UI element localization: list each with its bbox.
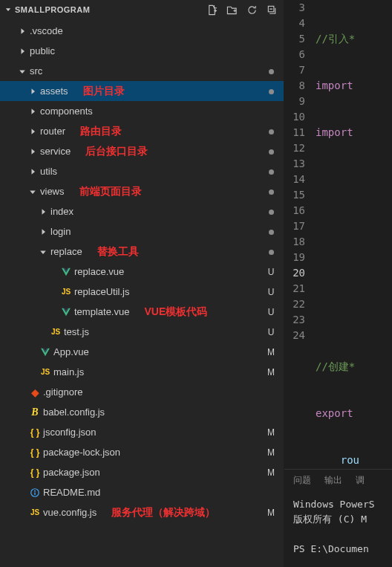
line-number: 11 [284,125,305,140]
bottom-panel: 问题 输出 调 Windows PowerS版权所有 (C) M PS E:\D… [284,469,392,567]
tree-item-label: package-lock.json [42,447,120,458]
js-icon: JS [28,508,42,516]
chevron-right-icon [37,207,49,216]
chevron-right-icon [16,27,28,36]
line-number: 9 [284,94,305,109]
tree-item-src[interactable]: src [0,61,284,81]
tree-item-replaceutil[interactable]: JSreplaceUtil.jsU [0,282,284,302]
tree-item-label: utils [39,166,57,177]
git-status: M [266,427,276,438]
line-number: 13 [284,156,305,172]
line-number: 5 [284,31,305,47]
code-editor[interactable]: 3456789101112131415161718192021222324 //… [284,0,392,469]
line-number: 20 [284,265,305,281]
md-icon [28,487,42,498]
line-number: 15 [284,187,305,203]
tree-item-annotation: 替换工具 [97,245,139,259]
line-number: 22 [284,297,305,312]
tab-problems[interactable]: 问题 [293,474,311,487]
new-file-icon[interactable] [206,4,218,16]
chevron-down-icon [37,247,49,256]
babel-icon: B [28,406,42,418]
tree-item-label: service [39,146,71,157]
tree-item-mainjs[interactable]: JSmain.jsM [0,362,284,382]
tree-item-readme[interactable]: README.md [0,482,284,502]
tree-item-label: test.js [62,326,89,337]
tree-item-label: template.vue [73,306,129,317]
git-status: M [266,347,276,357]
new-folder-icon[interactable] [226,4,238,16]
tree-item-replace[interactable]: replace替换工具 [0,242,284,262]
tree-item-service[interactable]: service后台接口目录 [0,141,284,161]
line-number: 19 [284,250,305,265]
vue-icon [39,347,52,357]
tree-item-utils[interactable]: utils [0,161,284,181]
tree-item-label: babel.config.js [42,406,105,418]
tree-item-pkg[interactable]: { }package.jsonM [0,462,284,482]
chevron-down-icon [27,187,39,196]
tree-item-templatevue[interactable]: template.vueVUE模板代码U [0,302,284,322]
git-status: U [266,267,276,277]
tree-item-components[interactable]: components [0,101,284,121]
git-status: M [266,467,276,478]
tree-item-gitignore[interactable]: ◆.gitignore [0,382,284,402]
tree-item-label: package.json [42,467,100,478]
editor-area: 3456789101112131415161718192021222324 //… [284,0,392,567]
tree-item-label: README.md [42,487,100,498]
tree-item-babel[interactable]: Bbabel.config.js [0,402,284,422]
chevron-down-icon [3,6,13,13]
file-tree: .vscodepublicsrcassets图片目录componentsrout… [0,19,284,567]
git-status [266,146,276,157]
git-status: U [266,307,276,317]
git-status [266,187,276,197]
terminal-content[interactable]: Windows PowerS版权所有 (C) M PS E:\Documen [284,491,392,567]
chevron-right-icon [37,227,49,236]
tree-item-assets[interactable]: assets图片目录 [0,81,284,101]
tree-item-public[interactable]: public [0,41,284,61]
tree-item-appvue[interactable]: App.vueM [0,342,284,362]
tree-item-annotation: VUE模板代码 [144,305,207,319]
git-status [266,66,276,77]
tree-item-router[interactable]: router路由目录 [0,121,284,141]
line-number: 21 [284,281,305,297]
tree-item-annotation: 后台接口目录 [85,145,148,158]
refresh-icon[interactable] [246,4,258,16]
tree-item-annotation: 服务代理（解决跨域） [111,506,215,519]
tree-item-annotation: 前端页面目录 [79,185,142,198]
tab-output[interactable]: 输出 [324,474,342,487]
tree-item-label: replace.vue [73,266,124,277]
line-number: 4 [284,16,305,31]
tree-item-label: replace [49,246,82,257]
tree-item-jsconfig[interactable]: { }jsconfig.jsonM [0,422,284,442]
tree-item-testjs[interactable]: JStest.jsU [0,322,284,342]
tree-item-label: login [49,226,71,237]
tree-item-label: App.vue [52,346,89,357]
tree-item-replacevue[interactable]: replace.vueU [0,262,284,282]
tree-item-views[interactable]: views前端页面目录 [0,181,284,201]
tree-item-label: index [49,206,74,217]
collapse-all-icon[interactable] [267,4,278,16]
tab-more[interactable]: 调 [356,474,365,487]
git-status [266,207,276,217]
tree-item-annotation: 路由目录 [80,125,122,138]
file-explorer: SMALLPROGRAM .vscodepublicsrcassets图片目录c… [0,0,284,567]
git-status [266,247,276,257]
chevron-right-icon [27,147,39,156]
braces-icon: { } [28,467,42,478]
tree-item-index[interactable]: index [0,201,284,221]
chevron-down-icon [16,67,28,76]
tree-item-label: .vscode [28,25,63,36]
tree-item-vueconfig[interactable]: JSvue.config.js服务代理（解决跨域）M [0,502,284,522]
tree-item-login[interactable]: login [0,221,284,242]
braces-icon: { } [28,447,42,458]
tree-item-vscode[interactable]: .vscode [0,21,284,41]
tree-item-label: main.js [52,366,84,378]
explorer-header[interactable]: SMALLPROGRAM [0,0,284,19]
git-status [266,227,276,237]
vue-icon [59,267,73,277]
git-status: U [266,287,276,297]
tree-item-pkglock[interactable]: { }package-lock.jsonM [0,442,284,462]
tree-item-label: replaceUtil.js [73,286,129,297]
braces-icon: { } [28,427,42,438]
chevron-right-icon [27,107,39,116]
